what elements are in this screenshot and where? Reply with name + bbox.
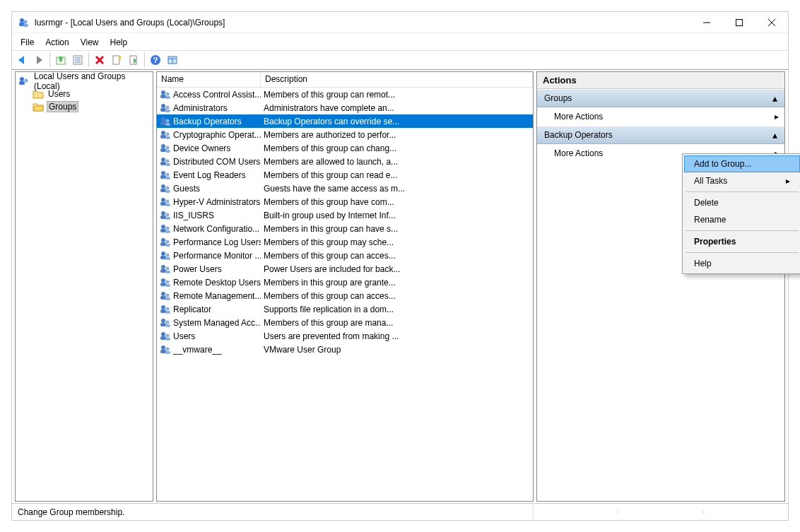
group-description: Power Users are included for back... xyxy=(261,264,533,274)
svg-point-0 xyxy=(20,18,24,23)
svg-rect-91 xyxy=(160,296,166,300)
delete-button[interactable] xyxy=(91,52,108,69)
group-row[interactable]: Device OwnersMembers of this group can c… xyxy=(157,141,533,155)
menu-file[interactable]: File xyxy=(15,36,40,49)
svg-point-2 xyxy=(24,20,28,23)
group-name: Device Owners xyxy=(173,143,230,153)
properties-button[interactable] xyxy=(69,52,86,69)
menu-view[interactable]: View xyxy=(75,36,105,49)
column-description[interactable]: Description xyxy=(261,72,533,87)
tree-root[interactable]: Local Users and Groups (Local) xyxy=(16,75,153,88)
app-icon xyxy=(18,17,29,28)
list-pane: Name Description Access Control Assist..… xyxy=(156,71,534,502)
back-button[interactable] xyxy=(13,52,30,69)
svg-rect-89 xyxy=(165,284,170,287)
status-seg-4 xyxy=(703,510,788,514)
actions-section-selected-label: Backup Operators xyxy=(544,130,613,140)
group-row[interactable]: Cryptographic Operat...Members are autho… xyxy=(157,128,533,141)
svg-point-54 xyxy=(161,171,165,175)
ctx-rename[interactable]: Rename xyxy=(684,211,800,228)
svg-point-62 xyxy=(161,198,165,202)
export-button[interactable] xyxy=(125,52,142,69)
group-row[interactable]: Remote Management...Members of this grou… xyxy=(157,289,533,302)
menu-action[interactable]: Action xyxy=(40,36,74,49)
ctx-help[interactable]: Help xyxy=(684,255,800,272)
svg-point-108 xyxy=(166,347,170,350)
group-row[interactable]: Hyper-V AdministratorsMembers of this gr… xyxy=(157,195,533,208)
svg-point-76 xyxy=(166,240,170,243)
group-name: Event Log Readers xyxy=(173,170,246,180)
ctx-add-to-group[interactable]: Add to Group... xyxy=(684,155,800,172)
group-description: Users are prevented from making ... xyxy=(261,331,533,341)
group-row[interactable]: Backup OperatorsBackup Operators can ove… xyxy=(157,114,533,128)
menubar: File Action View Help xyxy=(12,35,788,50)
svg-point-104 xyxy=(166,333,170,337)
svg-point-98 xyxy=(161,319,165,323)
ctx-alltasks-label: All Tasks xyxy=(694,176,727,186)
group-row[interactable]: __vmware__VMware User Group xyxy=(157,343,533,356)
group-row[interactable]: Event Log ReadersMembers of this group c… xyxy=(157,168,533,182)
group-description: Members of this group can read e... xyxy=(261,170,533,180)
view-button[interactable] xyxy=(164,52,181,69)
group-row[interactable]: IIS_IUSRSBuilt-in group used by Internet… xyxy=(157,208,533,222)
group-row[interactable]: ReplicatorSupports file replication in a… xyxy=(157,302,533,316)
svg-rect-75 xyxy=(160,242,166,246)
svg-text:?: ? xyxy=(153,56,158,64)
svg-rect-57 xyxy=(165,177,170,179)
group-row[interactable]: Power UsersPower Users are included for … xyxy=(157,262,533,276)
group-row[interactable]: Network Configuratio...Members in this g… xyxy=(157,222,533,235)
group-description: Members of this group can acces... xyxy=(261,251,533,261)
ctx-separator xyxy=(686,252,799,253)
help-button[interactable]: ? xyxy=(147,52,164,69)
column-name[interactable]: Name xyxy=(157,72,261,87)
group-row[interactable]: Remote Desktop UsersMembers in this grou… xyxy=(157,276,533,289)
svg-rect-77 xyxy=(165,244,170,247)
list-body[interactable]: Access Control Assist...Members of this … xyxy=(157,88,533,501)
tree-groups-label: Groups xyxy=(47,101,78,112)
group-row[interactable]: Access Control Assist...Members of this … xyxy=(157,88,533,101)
group-name: Network Configuratio... xyxy=(173,224,259,234)
ctx-properties[interactable]: Properties xyxy=(684,233,800,250)
maximize-button[interactable] xyxy=(723,12,755,33)
svg-rect-95 xyxy=(160,309,166,313)
actions-section-selected[interactable]: Backup Operators xyxy=(537,126,784,144)
group-row[interactable]: AdministratorsAdministrators have comple… xyxy=(157,101,533,114)
svg-rect-105 xyxy=(165,338,170,341)
menu-help[interactable]: Help xyxy=(105,36,134,49)
svg-rect-18 xyxy=(113,56,119,64)
new-button[interactable] xyxy=(108,52,125,69)
svg-rect-61 xyxy=(165,190,170,193)
group-row[interactable]: Performance Log UsersMembers of this gro… xyxy=(157,235,533,249)
group-row[interactable]: System Managed Acc...Members of this gro… xyxy=(157,316,533,329)
group-row[interactable]: GuestsGuests have the same access as m..… xyxy=(157,182,533,195)
actions-header: Actions xyxy=(537,72,784,89)
svg-rect-101 xyxy=(165,324,170,327)
svg-rect-109 xyxy=(165,351,170,354)
group-name: Access Control Assist... xyxy=(173,90,261,100)
ctx-separator xyxy=(686,191,799,192)
svg-rect-97 xyxy=(165,311,170,314)
forward-button[interactable] xyxy=(30,52,47,69)
ctx-delete-label: Delete xyxy=(694,198,719,208)
svg-rect-103 xyxy=(160,336,166,340)
actions-more-groups[interactable]: More Actions xyxy=(537,107,784,126)
close-button[interactable] xyxy=(755,12,788,33)
ctx-all-tasks[interactable]: All Tasks xyxy=(684,172,800,189)
group-icon xyxy=(160,304,171,315)
tree-groups[interactable]: Groups xyxy=(16,100,153,113)
group-row[interactable]: Performance Monitor ...Members of this g… xyxy=(157,249,533,262)
svg-rect-28 xyxy=(19,81,25,85)
toolbar: ? xyxy=(12,50,788,70)
chevron-right-icon xyxy=(775,112,779,122)
ctx-delete[interactable]: Delete xyxy=(684,194,800,211)
svg-point-50 xyxy=(161,158,165,162)
svg-point-92 xyxy=(166,293,170,297)
group-row[interactable]: UsersUsers are prevented from making ... xyxy=(157,329,533,343)
minimize-button[interactable] xyxy=(690,12,723,33)
group-row[interactable]: Distributed COM UsersMembers are allowed… xyxy=(157,155,533,168)
users-groups-icon xyxy=(18,76,30,86)
group-description: VMware User Group xyxy=(261,345,533,355)
svg-rect-45 xyxy=(165,136,170,139)
actions-section-groups[interactable]: Groups xyxy=(537,89,784,107)
up-button[interactable] xyxy=(52,52,69,69)
